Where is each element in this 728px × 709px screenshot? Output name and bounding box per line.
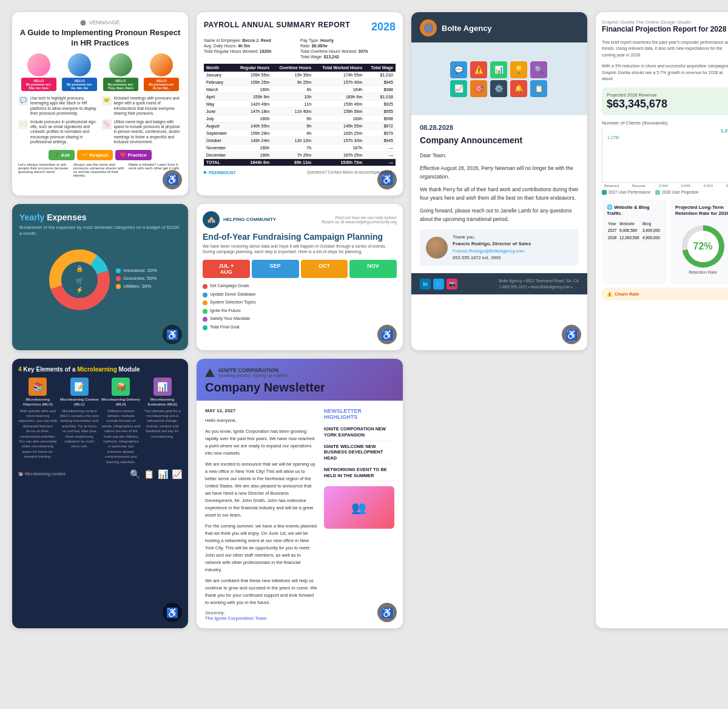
fin-chart-title: Number of Clients (thousands) (602, 120, 728, 126)
accessibility-icon-bolte[interactable]: ♿ (562, 325, 581, 344)
fin-revenue: Projected 2028 Revenue $63,345,678 (602, 87, 728, 115)
hex-6: 📈 (450, 80, 467, 97)
hr-title: A Guide to Implementing Pronoun Respect … (18, 28, 182, 49)
retention-box: Projected Long-Term Retention Rate for 2… (670, 200, 728, 285)
bolte-card: 🌀 Bolte Agency 💬 ⚠️ 📊 💡 🔍 📈 🎯 ⚙️ 🔔 📋 08.… (411, 12, 587, 350)
bolte-sig-greeting: Thank you, (453, 234, 531, 240)
expenses-title: Yearly Expenses (19, 212, 181, 222)
accessibility-icon-newsletter[interactable]: ♿ (377, 603, 397, 622)
payroll-title: PAYROLL ANNUAL SUMMARY REPORT (204, 21, 350, 29)
fund-title: End-of-Year Fundraising Campaign Plannin… (203, 232, 397, 242)
hr-tip-2: 🤝 Kickstart meetings with pronouns and b… (102, 96, 183, 117)
bolte-agency-name: Bolte Agency (442, 24, 492, 33)
micro-item: 📊 Microlearning Evaluation (MLE) The ult… (143, 378, 183, 464)
fund-header: 🏘️ HELPING COMMUNITY Find out how we can… (203, 211, 397, 228)
micro-footer: 📚 Microlearning content 🔍 📋 📊 📈 (18, 469, 182, 479)
instagram-icon[interactable]: 📷 (447, 279, 457, 290)
hex-7: 🎯 (470, 80, 487, 97)
newsletter-brand: IGNITE CORPORATION Sparking dreams, ligh… (205, 367, 394, 378)
fin-projection-note: With a 3% reduction in churn and success… (602, 63, 728, 83)
respect-button: 🤝 Respect (77, 150, 113, 160)
micro-item: 📦 Microlearning Delivery (MLD) Different… (101, 378, 141, 464)
hex-8: ⚙️ (490, 80, 507, 97)
newsletter-hl-list: IGNITE CORPORATION NEW YORK EXPANSIONIGN… (324, 424, 394, 481)
avatar-she: HELLOMy pronouns are:She, her, hers (21, 53, 56, 91)
bolte-greeting: Dear Team, (420, 152, 579, 160)
peermount-label: ▶ PEERMOUNT (204, 170, 236, 175)
expenses-card: Yearly Expenses Breakdown of the expense… (12, 204, 188, 350)
ask-button: ❓ Ask (49, 150, 75, 160)
hex-2: ⚠️ (470, 61, 487, 78)
bolte-announce-title: Company Announcement (420, 134, 579, 147)
svg-text:⚡: ⚡ (76, 286, 84, 294)
hr-avatars: HELLOMy pronouns are:She, her, hers HELL… (18, 53, 182, 91)
bolte-body: Effective August 28, 2028, Perry Newman … (420, 165, 579, 224)
practice-button: ❤️ Practice (115, 150, 151, 160)
newsletter-hl-item: IGNITE CORPORATION NEW YORK EXPANSION (324, 424, 394, 441)
newsletter-hl-item: IGNITE WELCOME NEW BUSINESS DEVELOPMENT … (324, 441, 394, 464)
accessibility-icon-expenses[interactable]: ♿ (163, 325, 182, 344)
accessibility-icon-micro[interactable]: ♿ (163, 603, 182, 622)
fund-timeline: JUL +AUG SEP OCT NOV (203, 260, 397, 278)
month-oct: OCT (301, 260, 348, 278)
newsletter-hl-item: NETWORKING EVENT TO BE HELD IN THE SUMME… (324, 464, 394, 482)
hr-tip-4: 🏷️ Utilize name tags and badges with spa… (102, 120, 183, 145)
fin-revenue-label: Projected 2028 Revenue (607, 92, 728, 98)
accessibility-icon-fund[interactable]: ♿ (377, 325, 397, 344)
hex-10: 📋 (530, 80, 547, 97)
fund-org: HELPING COMMUNITY (223, 217, 276, 222)
fin-revenue-amount: $63,345,678 (607, 98, 728, 110)
hr-bottom-buttons: ❓ Ask 🤝 Respect ❤️ Practice (18, 150, 182, 160)
newsletter-triangle-icon (205, 368, 215, 377)
accessibility-icon[interactable]: ♿ (163, 170, 182, 189)
microlearning-card: 4 Key Elements of a Microlearning Module… (12, 359, 188, 628)
hr-tip-1: 💬 Use tech to highlight pronouns, levera… (18, 96, 99, 117)
month-jul-aug: JUL +AUG (203, 260, 250, 278)
churn-icon: ⚠️ (607, 291, 612, 297)
payroll-footer: ▶ PEERMOUNT Questions? Contact Alison at… (204, 170, 396, 175)
website-traffic-table: Year Website Blog 20279,000,5003,400,000… (607, 220, 662, 242)
fund-steps: Set Campaign GoalsUpdate Donor DatabaseS… (203, 283, 397, 330)
payroll-year: 2028 (371, 21, 396, 33)
website-traffic-box: 🌐 Website & Blog Traffic Year Website Bl… (602, 200, 667, 285)
payroll-header: PAYROLL ANNUAL SUMMARY REPORT 2028 (204, 21, 396, 33)
micro-title: 4 Key Elements of a Microlearning Module (18, 366, 182, 373)
fin-studio: Graphic Gorilla The Online Design Studio (602, 19, 728, 25)
newsletter-brand-name: IGNITE CORPORATION (218, 367, 289, 373)
fin-two-col: 🌐 Website & Blog Traffic Year Website Bl… (602, 200, 728, 285)
bolte-sig-text: Thank you, Francis Rodrigo, Director of … (453, 234, 531, 262)
trending-icon: 📈 (172, 469, 182, 479)
payroll-meta: Name of Employee: Becca J. Reed Pay Type… (204, 38, 396, 59)
hr-pronoun-card: ⬤ VENNGAGE A Guide to Implementing Prono… (12, 12, 188, 195)
venngage-label: ⬤ VENNGAGE (18, 19, 182, 25)
bolte-footer: in 🐦 📷 Bolte Agency • 8622 Townsend Road… (411, 273, 587, 294)
twitter-icon[interactable]: 🐦 (433, 279, 444, 290)
newsletter-greeting: Hello everyone, (205, 417, 318, 424)
search-icon: 🔍 (130, 469, 140, 479)
newsletter-sign: Sincerely, The Ignite Corporation Team (205, 610, 318, 621)
bolte-logo: 🌀 (420, 19, 437, 36)
ask-desc: Let's always remember to ask people thei… (18, 163, 72, 177)
month-sep: SEP (252, 260, 299, 278)
accessibility-icon-payroll[interactable]: ♿ (377, 170, 397, 189)
payroll-card: PAYROLL ANNUAL SUMMARY REPORT 2028 Name … (197, 12, 403, 195)
newsletter-top: IGNITE CORPORATION Sparking dreams, ligh… (197, 359, 403, 401)
newsletter-highlights: Newsletter Highlights IGNITE CORPORATION… (324, 408, 394, 621)
clipboard-icon: 📋 (144, 469, 154, 479)
hex-1: 💬 (450, 61, 467, 78)
svg-text:🔒: 🔒 (76, 265, 84, 273)
micro-item: 📚 Microlearning Objectives (MLO) With sp… (18, 378, 58, 464)
legend-2028: 2028 User Projection (655, 190, 699, 195)
linkedin-icon[interactable]: in (420, 279, 431, 290)
fin-header: Graphic Gorilla The Online Design Studio… (602, 19, 728, 35)
newsletter-image: 👥 (324, 486, 394, 529)
bolte-content: 08.28.2028 Company Announcement Dear Tea… (411, 115, 587, 273)
bolte-signature: Thank you, Francis Rodrigo, Director of … (420, 229, 579, 266)
donut-chart: 🔒 🛒 ⚡ Insurance: 20% Groceries: 50% Util… (19, 243, 181, 316)
website-traffic-title: 🌐 Website & Blog Traffic (607, 205, 662, 217)
newsletter-brand-tagline: Sparking dreams, lighting up realities. (218, 373, 289, 378)
bolte-social-icons: in 🐦 📷 (420, 279, 457, 290)
hex-4: 💡 (510, 61, 527, 78)
fin-gauge: 72% Retention Rate (675, 220, 728, 279)
bolte-sig-name: Francis Rodrigo, Director of Sales (453, 240, 531, 248)
